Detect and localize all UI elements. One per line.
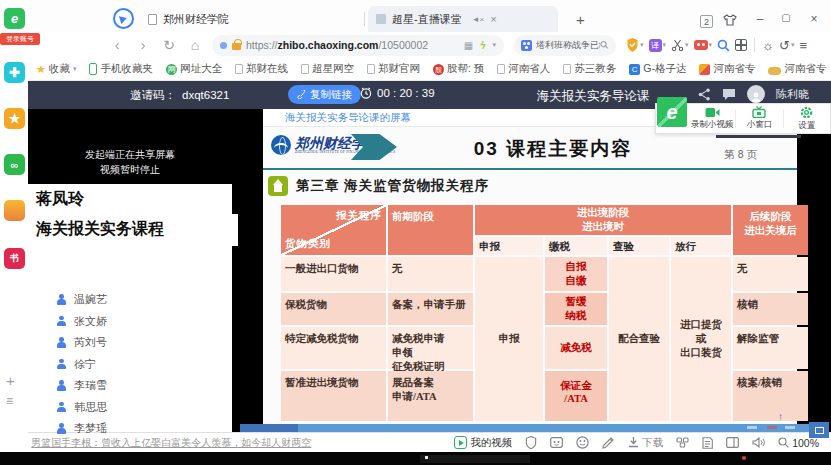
bookmark-phone[interactable]: 手机收藏夹: [89, 62, 153, 76]
forward-icon[interactable]: ›: [130, 37, 156, 53]
member-row[interactable]: 李瑞雪: [28, 375, 232, 397]
bookmark-item[interactable]: 郑财官网: [367, 62, 420, 76]
signature-pen-icon[interactable]: [602, 437, 615, 449]
dock-add-icon[interactable]: +: [6, 372, 15, 389]
maximize-button[interactable]: ▢: [777, 12, 795, 23]
games-gamepad-icon[interactable]: ▾: [694, 40, 713, 50]
avatar[interactable]: [747, 85, 765, 103]
search-magnifier-icon[interactable]: [600, 40, 609, 50]
search-field[interactable]: 塔利班称战争已结束: [514, 35, 616, 56]
brightness-icon[interactable]: ☼: [762, 38, 774, 53]
mini-game-icon[interactable]: [550, 437, 563, 448]
reload-icon[interactable]: ↻: [156, 37, 182, 53]
favorites-star-icon[interactable]: ★: [4, 108, 25, 129]
merged-declare-cell: 申报: [475, 257, 543, 421]
xiaohongshu-app-icon[interactable]: 书: [4, 248, 25, 269]
send-arrow-icon: [119, 14, 128, 24]
bookmark-stocks[interactable]: 股股帮: 预: [433, 62, 484, 76]
bookmark-favorites[interactable]: ★收藏▾: [36, 62, 76, 76]
window-count-badge[interactable]: 2: [700, 15, 713, 28]
download-button[interactable]: 下载: [628, 436, 663, 450]
url-dropdown-icon[interactable]: ▾: [492, 41, 496, 49]
page-icon: [235, 64, 243, 74]
back-icon[interactable]: ‹: [104, 37, 130, 53]
history-undo-icon[interactable]: ↺ ▾: [779, 38, 794, 53]
security-shield-icon[interactable]: ▾: [626, 38, 644, 52]
emoji-icon[interactable]: [576, 436, 589, 449]
screen-bottom-bar[interactable]: [240, 424, 817, 432]
tab-mute-icon[interactable]: ◄×: [472, 15, 485, 24]
url-field[interactable]: https://zhibo.chaoxing.com/10500002 ▦ ϟ …: [212, 35, 504, 56]
bookmark-item[interactable]: 超星网空: [301, 62, 354, 76]
cell-tax: 暂缓 纳税: [545, 293, 607, 325]
flash-icon[interactable]: ϟ: [480, 40, 485, 51]
reader-mode-icon[interactable]: ▦: [464, 40, 473, 51]
browser-chrome: 郑州财经学院 超星-直播课堂 ◄× × + 2 – ▢ × ‹ › ↻ ⌂ ht…: [28, 0, 831, 81]
reader-page-icon[interactable]: [702, 437, 713, 449]
tab-live-class[interactable]: 超星-直播课堂 ◄× ×: [368, 6, 558, 32]
menu-icon[interactable]: ≡: [799, 38, 807, 53]
tab-divider: [364, 12, 365, 26]
share-icon[interactable]: [698, 88, 711, 101]
dock-list-icon[interactable]: ≡: [6, 394, 13, 408]
member-row[interactable]: 温婉艺: [28, 289, 232, 311]
mini-window-button[interactable]: 小窗口: [736, 104, 782, 133]
proxy-icon[interactable]: [676, 437, 689, 448]
header-right-icons: 陈利晓: [698, 85, 809, 103]
speaker-icon[interactable]: [752, 437, 765, 448]
close-button[interactable]: ×: [805, 12, 823, 26]
chapter-title: 第三章 海关监管货物报关程序: [296, 177, 489, 195]
bookmark-gezida[interactable]: CG-格子达: [629, 62, 686, 76]
tab-school[interactable]: 郑州财经学院: [140, 6, 362, 32]
bookmark-sites[interactable]: 网网址大全: [166, 62, 222, 76]
fullscreen-button[interactable]: [809, 422, 829, 438]
home-icon[interactable]: ⌂: [182, 37, 208, 53]
game-center-icon[interactable]: ✚: [4, 62, 25, 83]
record-video-button[interactable]: 录制小视频: [689, 104, 735, 133]
translate-icon[interactable]: 译 ▾: [649, 39, 667, 52]
screenshot-scissors-icon[interactable]: ▾: [671, 39, 689, 52]
opera-face-app-icon[interactable]: [4, 200, 25, 221]
member-row[interactable]: 李梦瑶: [28, 418, 232, 440]
cell-pre-stage: 减免税申请 申领 征免税证明: [388, 327, 473, 369]
chat-icon[interactable]: [722, 88, 736, 101]
browser-e-icon[interactable]: e: [4, 8, 25, 29]
split-window-icon[interactable]: [726, 437, 739, 448]
member-row[interactable]: 韩思思: [28, 397, 232, 419]
desktop-taskbar[interactable]: [0, 452, 831, 465]
find-magnifier-icon[interactable]: [717, 39, 730, 52]
col-header-pre: 前期阶段: [388, 205, 473, 255]
cell-post-stage: 核销: [733, 293, 808, 325]
bookmark-henan2[interactable]: 河南省专: [768, 62, 826, 76]
url-scheme: https://: [246, 39, 278, 51]
new-tab-button[interactable]: +: [568, 6, 592, 32]
member-row[interactable]: 芮刘号: [28, 332, 232, 354]
timer-value: 00 : 20 : 39: [377, 87, 435, 99]
bookmark-item[interactable]: 苏三教务: [563, 62, 616, 76]
bookmark-item[interactable]: 郑财在线: [235, 62, 288, 76]
zoom-level[interactable]: 100%: [778, 437, 819, 449]
my-video-button[interactable]: 我的视频: [454, 436, 512, 450]
apps-grid-icon[interactable]: [735, 39, 747, 51]
login-account-badge[interactable]: 登录账号: [0, 33, 40, 45]
minimize-button[interactable]: –: [751, 12, 769, 26]
member-row[interactable]: 徐宁: [28, 354, 232, 376]
quick-access-icon[interactable]: [113, 8, 134, 29]
skin-shirt-icon[interactable]: [723, 14, 741, 26]
protect-shield-icon[interactable]: [525, 436, 537, 449]
bookmark-item[interactable]: 河南省人: [497, 62, 550, 76]
cell-tax: 自报 自缴: [545, 257, 607, 291]
settings-button[interactable]: 设置: [784, 104, 830, 133]
globe-icon: 网: [166, 64, 177, 75]
notification-dot: [742, 456, 746, 460]
loop-app-icon[interactable]: ∞: [4, 154, 25, 175]
stock-icon: 股: [433, 64, 444, 75]
scrollbar-thumb[interactable]: [240, 424, 298, 432]
copy-link-button[interactable]: 复制链接: [288, 85, 361, 104]
tab-close-icon[interactable]: ×: [490, 13, 496, 25]
bookmark-henan[interactable]: 河南省专: [699, 62, 755, 76]
person-icon: [56, 402, 67, 413]
member-row[interactable]: 张文娇: [28, 311, 232, 333]
scroll-up-icon[interactable]: ↑: [778, 411, 783, 422]
gear-icon: [800, 106, 813, 119]
